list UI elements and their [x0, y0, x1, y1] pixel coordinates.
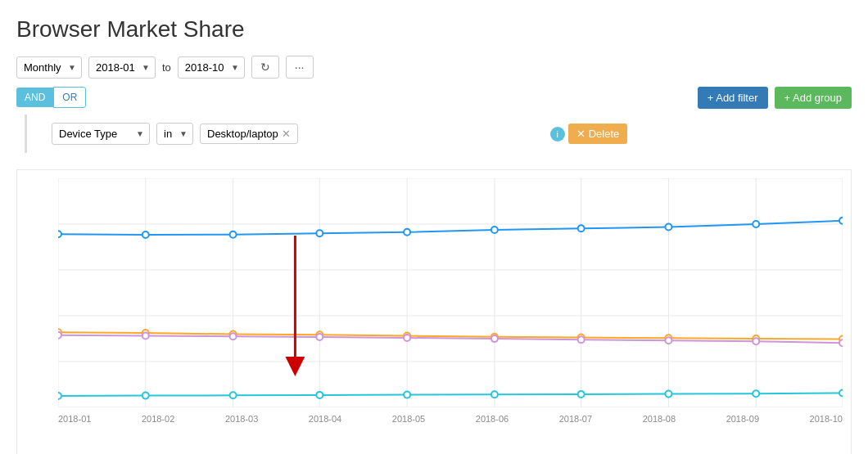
svg-point-46 — [491, 335, 498, 342]
svg-point-41 — [58, 332, 61, 339]
svg-point-23 — [230, 231, 237, 238]
filter-section: AND OR Device Type ▼ in ▼ — [16, 87, 852, 161]
svg-point-21 — [58, 231, 61, 237]
svg-point-43 — [230, 333, 237, 339]
svg-point-26 — [491, 227, 498, 233]
field-select-wrapper[interactable]: Device Type ▼ — [52, 123, 150, 145]
svg-point-27 — [578, 225, 585, 231]
edge-line — [58, 393, 843, 397]
svg-point-52 — [142, 393, 149, 399]
x-label-2018-10: 2018-10 — [810, 414, 843, 424]
svg-point-48 — [665, 337, 671, 344]
svg-point-49 — [753, 338, 759, 344]
x-label-2018-05: 2018-05 — [392, 414, 425, 424]
svg-point-42 — [142, 333, 149, 339]
delete-label: Delete — [589, 128, 620, 140]
filter-value-tag: Desktop/laptop ✕ — [200, 124, 298, 144]
delete-button[interactable]: ✕ Delete — [568, 124, 628, 144]
operator-select[interactable]: in — [164, 128, 186, 140]
svg-point-53 — [230, 392, 237, 398]
svg-point-58 — [665, 391, 671, 398]
info-icon: i — [550, 127, 565, 142]
field-chevron-icon: ▼ — [136, 129, 144, 138]
toolbar: Monthly Weekly Daily ▼ 2018-01 ▼ to 2018… — [16, 56, 852, 79]
svg-point-24 — [316, 230, 323, 236]
filter-value-text: Desktop/laptop — [207, 128, 278, 140]
svg-point-54 — [316, 392, 323, 398]
filter-row: Device Type ▼ in ▼ Desktop/laptop ✕ — [25, 115, 627, 153]
line-chart: 80 60 40 20 0 — [58, 178, 843, 407]
date-to-wrapper[interactable]: 2018-10 ▼ — [178, 56, 245, 79]
svg-point-45 — [404, 335, 410, 341]
svg-point-57 — [578, 391, 585, 398]
svg-point-30 — [839, 218, 843, 224]
to-label: to — [162, 61, 171, 74]
more-icon: ··· — [295, 61, 305, 74]
x-label-2018-02: 2018-02 — [142, 414, 174, 424]
date-to-select[interactable]: 2018-10 — [185, 61, 237, 74]
x-label-2018-07: 2018-07 — [559, 414, 592, 424]
date-from-select[interactable]: 2018-01 — [96, 61, 148, 74]
svg-point-51 — [58, 393, 61, 399]
x-label-2018-09: 2018-09 — [726, 414, 759, 424]
x-label-2018-04: 2018-04 — [309, 414, 341, 424]
chrome-line — [58, 221, 843, 235]
remove-filter-value-button[interactable]: ✕ — [282, 128, 291, 140]
x-label-2018-03: 2018-03 — [225, 414, 258, 424]
svg-point-28 — [665, 224, 671, 231]
svg-point-29 — [753, 221, 759, 227]
period-select[interactable]: Monthly Weekly Daily — [24, 61, 75, 74]
period-select-wrapper[interactable]: Monthly Weekly Daily ▼ — [16, 56, 82, 79]
x-label-2018-01: 2018-01 — [58, 414, 91, 424]
logic-toggle: AND OR — [16, 87, 627, 108]
page-title: Browser Market Share — [16, 16, 852, 43]
operator-select-wrapper[interactable]: in ▼ — [156, 123, 193, 145]
svg-point-25 — [404, 229, 410, 236]
date-from-wrapper[interactable]: 2018-01 ▼ — [88, 56, 156, 79]
add-group-button[interactable]: + Add group — [775, 87, 852, 109]
refresh-button[interactable]: ↻ — [251, 56, 279, 79]
svg-point-55 — [404, 392, 410, 398]
add-filter-button[interactable]: + Add filter — [698, 87, 768, 109]
and-button[interactable]: AND — [16, 88, 53, 107]
x-label-2018-08: 2018-08 — [643, 414, 676, 424]
delete-x-icon: ✕ — [576, 128, 585, 140]
chart-container: 80 60 40 20 0 — [16, 169, 852, 454]
svg-point-47 — [578, 336, 585, 343]
svg-point-59 — [753, 390, 759, 397]
svg-point-56 — [491, 391, 498, 398]
field-select[interactable]: Device Type — [59, 128, 131, 140]
x-label-2018-06: 2018-06 — [476, 414, 509, 424]
svg-point-22 — [142, 231, 149, 238]
svg-point-50 — [839, 339, 843, 346]
svg-point-60 — [839, 390, 843, 397]
svg-point-44 — [316, 334, 323, 340]
or-button[interactable]: OR — [53, 87, 86, 108]
top-right-actions: + Add filter + Add group — [698, 87, 852, 109]
more-options-button[interactable]: ··· — [286, 56, 314, 79]
refresh-icon: ↻ — [260, 61, 270, 74]
